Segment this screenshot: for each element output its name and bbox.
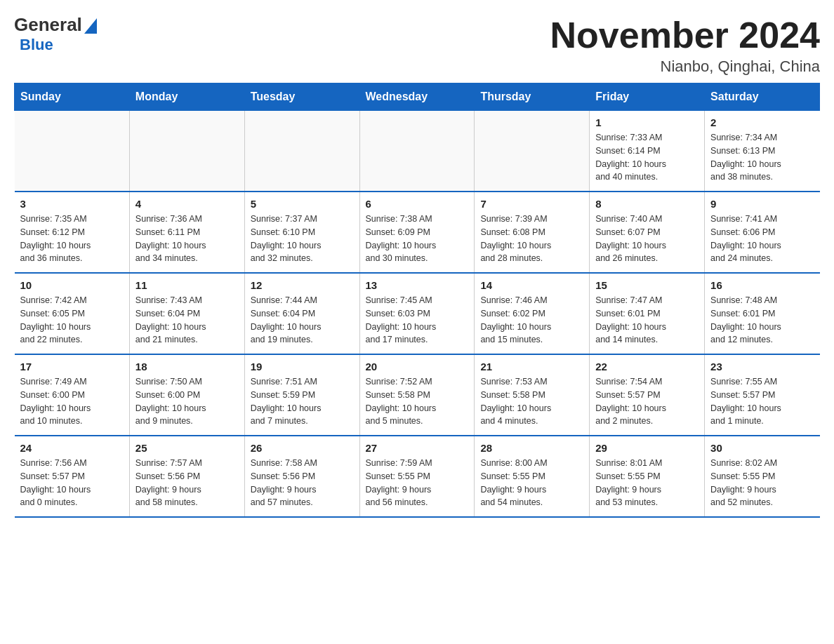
- logo-blue-text: Blue: [20, 36, 53, 53]
- day-info: Sunrise: 7:55 AMSunset: 5:57 PMDaylight:…: [710, 375, 814, 428]
- calendar-table: SundayMondayTuesdayWednesdayThursdayFrid…: [14, 83, 820, 518]
- title-section: November 2024 Nianbo, Qinghai, China: [550, 14, 820, 76]
- day-info: Sunrise: 7:44 AMSunset: 6:04 PMDaylight:…: [251, 294, 354, 347]
- calendar-cell: 7Sunrise: 7:39 AMSunset: 6:08 PMDaylight…: [475, 192, 590, 273]
- calendar-cell: 2Sunrise: 7:34 AMSunset: 6:13 PMDaylight…: [705, 111, 820, 192]
- calendar-cell: 25Sunrise: 7:57 AMSunset: 5:56 PMDayligh…: [129, 436, 244, 517]
- calendar-cell: [359, 111, 475, 192]
- calendar-cell: 23Sunrise: 7:55 AMSunset: 5:57 PMDayligh…: [705, 354, 820, 436]
- day-info: Sunrise: 7:54 AMSunset: 5:57 PMDaylight:…: [595, 375, 699, 428]
- day-info: Sunrise: 7:53 AMSunset: 5:58 PMDaylight:…: [480, 375, 583, 428]
- day-header-monday: Monday: [129, 83, 244, 111]
- day-number: 7: [480, 198, 583, 210]
- day-info: Sunrise: 7:37 AMSunset: 6:10 PMDaylight:…: [251, 213, 354, 265]
- calendar-cell: 29Sunrise: 8:01 AMSunset: 5:55 PMDayligh…: [590, 436, 705, 517]
- day-number: 15: [595, 279, 699, 291]
- day-number: 17: [20, 361, 124, 373]
- day-number: 21: [480, 361, 583, 373]
- day-header-friday: Friday: [590, 83, 705, 111]
- calendar-cell: 11Sunrise: 7:43 AMSunset: 6:04 PMDayligh…: [129, 273, 244, 354]
- logo: General Blue: [14, 14, 97, 54]
- calendar-cell: 17Sunrise: 7:49 AMSunset: 6:00 PMDayligh…: [15, 354, 130, 436]
- day-number: 23: [710, 361, 814, 373]
- calendar-cell: 30Sunrise: 8:02 AMSunset: 5:55 PMDayligh…: [705, 436, 820, 517]
- calendar-cell: 13Sunrise: 7:45 AMSunset: 6:03 PMDayligh…: [359, 273, 475, 354]
- day-number: 11: [135, 279, 239, 291]
- day-info: Sunrise: 7:49 AMSunset: 6:00 PMDaylight:…: [20, 375, 124, 428]
- calendar-cell: 18Sunrise: 7:50 AMSunset: 6:00 PMDayligh…: [129, 354, 244, 436]
- day-number: 14: [480, 279, 583, 291]
- day-info: Sunrise: 7:43 AMSunset: 6:04 PMDaylight:…: [135, 294, 239, 347]
- day-number: 18: [135, 361, 239, 373]
- day-number: 24: [20, 442, 124, 454]
- calendar-cell: 22Sunrise: 7:54 AMSunset: 5:57 PMDayligh…: [590, 354, 705, 436]
- page-header: General Blue November 2024 Nianbo, Qingh…: [14, 14, 820, 76]
- day-info: Sunrise: 7:34 AMSunset: 6:13 PMDaylight:…: [710, 131, 814, 184]
- day-info: Sunrise: 7:42 AMSunset: 6:05 PMDaylight:…: [20, 294, 124, 347]
- day-number: 13: [366, 279, 469, 291]
- day-info: Sunrise: 7:48 AMSunset: 6:01 PMDaylight:…: [710, 294, 814, 347]
- day-info: Sunrise: 7:50 AMSunset: 6:00 PMDaylight:…: [135, 375, 239, 428]
- day-info: Sunrise: 7:36 AMSunset: 6:11 PMDaylight:…: [135, 213, 239, 265]
- day-number: 30: [710, 442, 814, 454]
- calendar-header-row: SundayMondayTuesdayWednesdayThursdayFrid…: [15, 83, 820, 111]
- calendar-cell: 3Sunrise: 7:35 AMSunset: 6:12 PMDaylight…: [15, 192, 130, 273]
- calendar-week-row: 3Sunrise: 7:35 AMSunset: 6:12 PMDaylight…: [15, 192, 820, 273]
- month-title: November 2024: [550, 14, 820, 56]
- day-number: 4: [135, 198, 239, 210]
- calendar-cell: 8Sunrise: 7:40 AMSunset: 6:07 PMDaylight…: [590, 192, 705, 273]
- day-number: 3: [20, 198, 124, 210]
- calendar-week-row: 17Sunrise: 7:49 AMSunset: 6:00 PMDayligh…: [15, 354, 820, 436]
- calendar-cell: 1Sunrise: 7:33 AMSunset: 6:14 PMDaylight…: [590, 111, 705, 192]
- day-number: 2: [710, 116, 814, 128]
- calendar-cell: 6Sunrise: 7:38 AMSunset: 6:09 PMDaylight…: [359, 192, 475, 273]
- day-header-saturday: Saturday: [705, 83, 820, 111]
- day-info: Sunrise: 7:33 AMSunset: 6:14 PMDaylight:…: [595, 131, 699, 184]
- logo-general-text: General: [14, 14, 82, 36]
- day-info: Sunrise: 7:38 AMSunset: 6:09 PMDaylight:…: [366, 213, 469, 265]
- day-info: Sunrise: 7:47 AMSunset: 6:01 PMDaylight:…: [595, 294, 699, 347]
- calendar-cell: [129, 111, 244, 192]
- day-info: Sunrise: 7:41 AMSunset: 6:06 PMDaylight:…: [710, 213, 814, 265]
- day-info: Sunrise: 7:35 AMSunset: 6:12 PMDaylight:…: [20, 213, 124, 265]
- day-number: 26: [251, 442, 354, 454]
- day-number: 9: [710, 198, 814, 210]
- calendar-cell: 24Sunrise: 7:56 AMSunset: 5:57 PMDayligh…: [15, 436, 130, 517]
- calendar-cell: 28Sunrise: 8:00 AMSunset: 5:55 PMDayligh…: [475, 436, 590, 517]
- logo-triangle-icon: [84, 18, 97, 34]
- day-info: Sunrise: 7:40 AMSunset: 6:07 PMDaylight:…: [595, 213, 699, 265]
- day-info: Sunrise: 8:01 AMSunset: 5:55 PMDaylight:…: [595, 457, 699, 509]
- day-number: 19: [251, 361, 354, 373]
- day-info: Sunrise: 7:45 AMSunset: 6:03 PMDaylight:…: [366, 294, 469, 347]
- day-header-thursday: Thursday: [475, 83, 590, 111]
- day-info: Sunrise: 7:58 AMSunset: 5:56 PMDaylight:…: [251, 457, 354, 509]
- calendar-cell: [244, 111, 359, 192]
- location-text: Nianbo, Qinghai, China: [550, 58, 820, 76]
- calendar-cell: 27Sunrise: 7:59 AMSunset: 5:55 PMDayligh…: [359, 436, 475, 517]
- day-number: 25: [135, 442, 239, 454]
- svg-marker-0: [84, 18, 97, 34]
- day-number: 22: [595, 361, 699, 373]
- day-number: 6: [366, 198, 469, 210]
- day-number: 27: [366, 442, 469, 454]
- calendar-cell: 14Sunrise: 7:46 AMSunset: 6:02 PMDayligh…: [475, 273, 590, 354]
- day-number: 28: [480, 442, 583, 454]
- calendar-cell: 4Sunrise: 7:36 AMSunset: 6:11 PMDaylight…: [129, 192, 244, 273]
- day-number: 10: [20, 279, 124, 291]
- day-info: Sunrise: 8:02 AMSunset: 5:55 PMDaylight:…: [710, 457, 814, 509]
- day-number: 20: [366, 361, 469, 373]
- day-info: Sunrise: 7:59 AMSunset: 5:55 PMDaylight:…: [366, 457, 469, 509]
- day-info: Sunrise: 7:52 AMSunset: 5:58 PMDaylight:…: [366, 375, 469, 428]
- day-number: 5: [251, 198, 354, 210]
- day-info: Sunrise: 7:39 AMSunset: 6:08 PMDaylight:…: [480, 213, 583, 265]
- calendar-cell: 21Sunrise: 7:53 AMSunset: 5:58 PMDayligh…: [475, 354, 590, 436]
- calendar-week-row: 10Sunrise: 7:42 AMSunset: 6:05 PMDayligh…: [15, 273, 820, 354]
- calendar-cell: 5Sunrise: 7:37 AMSunset: 6:10 PMDaylight…: [244, 192, 359, 273]
- day-header-sunday: Sunday: [15, 83, 130, 111]
- day-number: 29: [595, 442, 699, 454]
- calendar-cell: [15, 111, 130, 192]
- day-info: Sunrise: 7:57 AMSunset: 5:56 PMDaylight:…: [135, 457, 239, 509]
- calendar-cell: [475, 111, 590, 192]
- day-number: 16: [710, 279, 814, 291]
- day-header-wednesday: Wednesday: [359, 83, 475, 111]
